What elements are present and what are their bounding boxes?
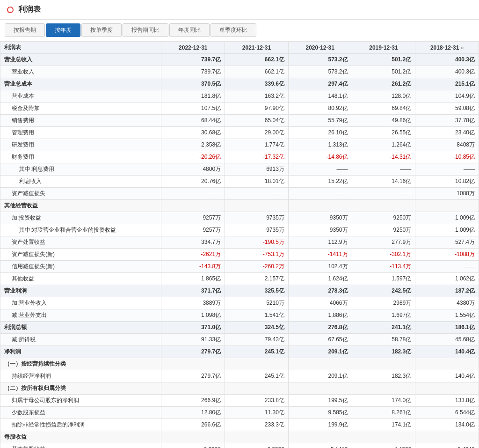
row-value: —— [225,188,289,200]
row-value: 739.7亿 [161,54,225,66]
row-value: 278.3亿 [288,285,352,297]
row-value: 65.04亿 [225,115,289,127]
row-value: 140.4亿 [415,370,479,382]
row-value: 400.3亿 [415,54,479,66]
row-value: 501.2亿 [352,54,415,66]
row-value: 174.1亿 [352,419,415,431]
row-value: -1088万 [415,249,479,261]
row-value: 1.597亿 [352,273,415,285]
table-row: 营业收入739.7亿662.1亿573.2亿501.2亿400.3亿 [0,66,479,78]
row-value: 2.157亿 [225,273,289,285]
row-label: 少数股东损益 [0,407,161,419]
row-value: 245.1亿 [225,370,289,382]
row-value: 14.16亿 [352,176,415,188]
row-label: 每股收益 [0,431,161,443]
row-value: 6.544亿 [415,407,479,419]
row-value: 1.062亿 [415,273,479,285]
row-value: 104.9亿 [415,90,479,103]
tab-yoy-report[interactable]: 报告期同比 [123,23,168,37]
row-value [415,382,479,395]
tab-yoy-year[interactable]: 年度同比 [169,23,210,37]
row-value: 266.6亿 [161,419,225,431]
row-value: 662.1亿 [225,54,289,66]
row-value: 30.68亿 [161,127,225,139]
row-value: 69.84亿 [352,103,415,115]
row-value: 23.40亿 [415,127,479,139]
col-header-date-2: 2021-12-31 [225,42,289,54]
row-value [352,382,415,395]
row-value: 339.6亿 [225,78,289,90]
row-value: 199.5亿 [288,395,352,407]
table-row: 减:所得税91.33亿79.43亿67.65亿58.78亿45.68亿 [0,334,479,346]
row-value: -302.1万 [352,249,415,261]
row-value: 102.4万 [288,261,352,273]
row-label: 其他收益 [0,273,161,285]
row-value: 277.9万 [352,236,415,249]
row-value: 1.264亿 [352,139,415,151]
row-label: （一）按经营持续性分类 [0,358,161,370]
row-label: 其他经营收益 [0,200,161,212]
table-row: 营业利润371.7亿325.5亿278.3亿242.5亿187.2亿 [0,285,479,297]
row-value [352,431,415,443]
row-label: 加:营业外收入 [0,297,161,309]
table-row: 其他经营收益 [0,200,479,212]
row-value: 128.0亿 [352,90,415,103]
row-value: 1.624亿 [288,273,352,285]
table-row: 加:投资收益9257万9735万9350万9250万1.009亿 [0,212,479,224]
table-row: 资产减值损失(新)-2621万-753.1万-1411万-302.1万-1088… [0,249,479,261]
row-label: 税金及附加 [0,103,161,115]
row-value: 148.1亿 [288,90,352,103]
row-value: 37.78亿 [415,115,479,127]
header-circle-icon [7,7,14,13]
row-value: 1.098亿 [161,309,225,322]
row-value [415,431,479,443]
profit-table: 利润表2022-12-312021-12-312020-12-312019-12… [0,41,479,448]
row-value [288,431,352,443]
row-value [161,382,225,395]
table-row: 持续经营净利润279.7亿245.1亿209.1亿182.3亿140.4亿 [0,370,479,382]
row-label: 净利润 [0,346,161,358]
table-row: 其他收益1.865亿2.157亿1.624亿1.597亿1.062亿 [0,273,479,285]
row-label: 归属于母公司股东的净利润 [0,395,161,407]
row-value: 12.80亿 [161,407,225,419]
row-value: 181.8亿 [161,90,225,103]
row-value: 1.554亿 [415,309,479,322]
row-value: 1.865亿 [161,273,225,285]
row-value [225,358,289,370]
row-value: 6.8760 [161,443,225,448]
row-value: 97.90亿 [225,103,289,115]
tab-by-report[interactable]: 按报告期 [5,23,45,37]
row-value [352,200,415,212]
row-value: 242.5亿 [352,285,415,297]
row-value: 199.9亿 [288,419,352,431]
row-value: 18.01亿 [225,176,289,188]
tab-by-quarter[interactable]: 按单季度 [81,23,122,37]
row-value: 276.8亿 [288,322,352,334]
table-row: 研发费用2.358亿1.774亿1.313亿1.264亿8408万 [0,139,479,151]
row-value: 215.1亿 [415,78,479,90]
row-label: 营业利润 [0,285,161,297]
row-value [288,382,352,395]
nav-next-arrow[interactable]: » [459,44,464,51]
table-row: 加:营业外收入3889万5210万4066万2989万4380万 [0,297,479,309]
row-value: 573.2亿 [288,66,352,78]
table-container: 利润表2022-12-312021-12-312020-12-312019-12… [0,41,479,448]
tab-by-year[interactable]: 按年度 [46,23,80,37]
row-value: —— [352,188,415,200]
tab-qoq-quarter[interactable]: 单季度环比 [210,23,256,37]
row-value: 573.2亿 [288,54,352,66]
row-value: 297.4亿 [288,78,352,90]
row-value: 9257万 [161,212,225,224]
table-row: 减:营业外支出1.098亿1.541亿1.886亿1.697亿1.554亿 [0,309,479,322]
row-value: 174.0亿 [352,395,415,407]
row-value: 3889万 [161,297,225,309]
row-value: -260.2万 [225,261,289,273]
row-value: -1411万 [288,249,352,261]
col-header-date-3: 2020-12-31 [288,42,352,54]
row-value: -190.5万 [225,236,289,249]
row-label: 减:营业外支出 [0,309,161,322]
col-header-date-5: 2018-12-31 » [415,42,479,54]
row-value: 133.8亿 [415,395,479,407]
row-value: -113.4万 [352,261,415,273]
table-row: 营业总收入739.7亿662.1亿573.2亿501.2亿400.3亿 [0,54,479,66]
